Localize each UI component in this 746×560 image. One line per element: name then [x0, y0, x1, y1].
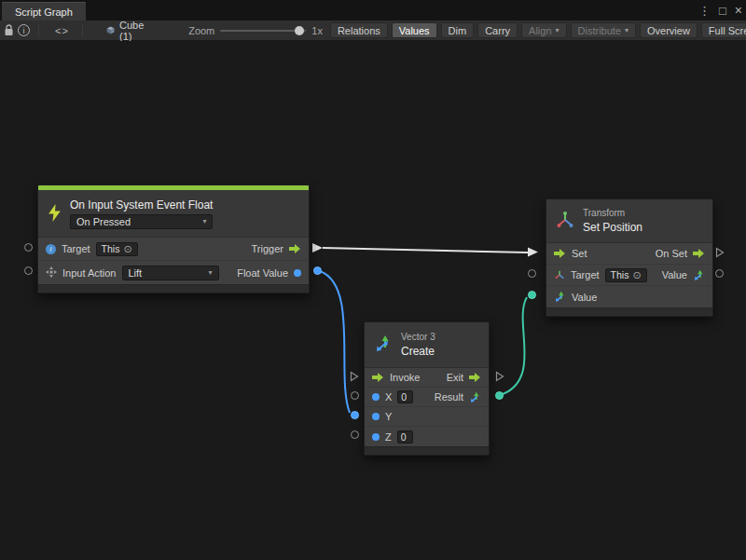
target-value-chip[interactable]: This ⊙ [605, 268, 647, 282]
relations-button[interactable]: Relations [330, 22, 388, 38]
vector3-type-icon [554, 291, 566, 303]
vector3-y-row: Y [365, 407, 489, 427]
target-value-chip[interactable]: This ⊙ [96, 242, 138, 256]
self-scope-icon: ⊙ [123, 244, 131, 254]
graph-target[interactable]: Cube (1) [106, 20, 147, 42]
toolbar-separator [38, 24, 39, 37]
node-footer [546, 307, 712, 316]
overview-button[interactable]: Overview [640, 22, 698, 38]
tab-title: Script Graph [15, 7, 73, 18]
float-type-icon [372, 413, 380, 420]
zoom-slider-track [220, 30, 306, 32]
window-controls: ⋮ □ × [698, 0, 742, 20]
x-value-field[interactable] [397, 390, 413, 403]
port-vector3-x-in[interactable] [351, 391, 359, 400]
event-node-header: On Input System Event Float On Pressed ▾ [38, 190, 309, 237]
port-vector3-y-in[interactable] [351, 411, 359, 419]
zoom-value: 1x [311, 25, 323, 36]
input-action-dropdown[interactable]: Lift ▾ [122, 266, 219, 280]
event-mode-dropdown[interactable]: On Pressed ▾ [70, 214, 213, 229]
invoke-port-label: Invoke [390, 372, 420, 383]
z-value-field[interactable] [397, 430, 413, 444]
values-button[interactable]: Values [392, 22, 437, 38]
target-name-label: Cube (1) [119, 20, 147, 42]
value-out-port-label: Value [662, 269, 687, 280]
value-in-port-label: Value [572, 292, 597, 303]
control-arrow-icon [469, 373, 481, 382]
full-screen-button[interactable]: Full Screen [701, 22, 746, 38]
on-set-port-label: On Set [656, 248, 687, 259]
tab-bar: Script Graph ⋮ □ × [0, 0, 746, 20]
port-transform-onset-out[interactable] [715, 247, 725, 258]
trigger-port-label: Trigger [252, 243, 283, 254]
port-event-target-in[interactable] [24, 243, 33, 252]
port-event-action-in[interactable] [24, 266, 33, 275]
control-arrow-icon [372, 373, 384, 382]
close-icon[interactable]: × [735, 4, 742, 17]
toolbar-separator [82, 24, 83, 37]
graph-canvas[interactable]: On Input System Event Float On Pressed ▾… [0, 41, 746, 560]
float-type-icon [294, 269, 301, 277]
set-in-port[interactable] [528, 248, 538, 257]
node-on-input-system-event-float[interactable]: On Input System Event Float On Pressed ▾… [37, 184, 310, 294]
script-graph-window: Script Graph ⋮ □ × i <> Cube (1) Zoom [0, 0, 746, 560]
result-port-label: Result [435, 391, 463, 403]
transform-icon [556, 211, 574, 231]
carry-button[interactable]: Carry [477, 22, 518, 38]
menu-icon[interactable]: ⋮ [698, 5, 711, 17]
port-vector3-result-out[interactable] [495, 391, 504, 400]
cube-icon [106, 24, 115, 36]
port-vector3-exit-out[interactable] [495, 371, 504, 382]
lightning-icon [48, 204, 62, 224]
dim-button[interactable]: Dim [441, 22, 475, 38]
gameobject-icon: i [46, 244, 56, 254]
maximize-icon[interactable]: □ [719, 5, 726, 17]
trigger-out-port[interactable] [312, 243, 323, 253]
align-button[interactable]: Align▾ [521, 22, 566, 38]
distribute-button[interactable]: Distribute▾ [571, 22, 636, 38]
float-value-port-label: Float Value [237, 267, 288, 279]
control-arrow-icon [693, 249, 705, 258]
chevron-down-icon: ▾ [202, 217, 206, 225]
transform-node-header: Transform Set Position [546, 199, 712, 242]
vector3-z-row: Z [365, 427, 489, 446]
input-action-icon [46, 266, 57, 280]
zoom-slider-knob[interactable] [295, 26, 304, 35]
chevron-down-icon: ▾ [556, 26, 560, 34]
tab-script-graph[interactable]: Script Graph [2, 2, 86, 20]
wire-floatvalue-to-y[interactable] [320, 271, 350, 413]
wire-trigger-to-set[interactable] [323, 248, 528, 253]
wire-result-to-value[interactable] [503, 297, 527, 394]
port-transform-target-in[interactable] [528, 269, 536, 278]
self-scope-icon: ⊙ [632, 270, 641, 280]
port-vector3-z-in[interactable] [351, 430, 359, 439]
control-arrow-icon [289, 244, 301, 253]
event-target-row: i Target This ⊙ Trigger [38, 238, 309, 261]
node-title: Set Position [583, 221, 642, 234]
port-vector3-invoke-in[interactable] [350, 371, 359, 382]
float-type-icon [372, 393, 380, 401]
graph-toolbar: i <> Cube (1) Zoom 1x Relations Values D… [0, 20, 746, 41]
transform-set-row: Set On Set [546, 243, 712, 265]
chevron-down-icon: ▾ [208, 268, 212, 277]
zoom-slider[interactable] [220, 25, 306, 36]
node-subtitle: Transform [583, 208, 642, 218]
event-input-action-row: Input Action Lift ▾ Float Value [38, 261, 309, 284]
node-vector3-create[interactable]: Vector 3 Create Invoke Exit [364, 321, 490, 456]
vector3-node-header: Vector 3 Create [365, 322, 489, 367]
code-view-icon[interactable]: <> [55, 22, 69, 39]
port-transform-value-in[interactable] [528, 291, 536, 299]
info-icon[interactable]: i [18, 22, 30, 39]
node-transform-set-position[interactable]: Transform Set Position Set On Set [546, 198, 713, 317]
vector3-type-icon [693, 269, 705, 281]
zoom-label: Zoom [188, 25, 214, 36]
port-transform-value-out[interactable] [715, 269, 724, 278]
exit-port-label: Exit [447, 372, 463, 383]
lock-icon[interactable] [4, 22, 14, 39]
y-port-label: Y [385, 411, 392, 422]
port-event-floatvalue-out[interactable] [313, 266, 322, 275]
vector3-icon [374, 335, 393, 355]
transform-type-icon [554, 269, 565, 280]
vector3-x-row: X Result [365, 388, 489, 407]
vector3-type-icon [469, 391, 481, 403]
